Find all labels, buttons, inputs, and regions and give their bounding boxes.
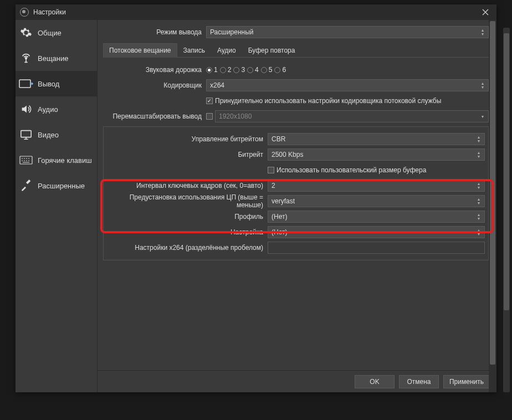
tab-audio[interactable]: Аудио	[211, 43, 242, 57]
dialog-footer: OK Отмена Применить	[98, 370, 496, 392]
cancel-button[interactable]: Отмена	[399, 375, 439, 388]
output-icon	[19, 76, 33, 91]
close-button[interactable]	[479, 6, 492, 19]
rate-control-label: Управление битрейтом	[107, 135, 268, 143]
svg-rect-1	[19, 80, 30, 88]
tune-label: Настройка	[107, 228, 268, 236]
custom-buffer-checkbox[interactable]	[268, 167, 274, 173]
track-radio-3[interactable]: 3	[233, 66, 245, 74]
sidebar-item-label: Горячие клавиш	[38, 156, 92, 165]
rescale-checkbox[interactable]	[206, 113, 213, 120]
tune-combo[interactable]: (Нет)▲▼	[268, 226, 485, 238]
output-tabs: Потоковое вещание Запись Аудио Буфер пов…	[103, 43, 489, 58]
enforce-label: Принудительно использовать настройки код…	[215, 97, 441, 105]
sidebar-item-output[interactable]: Вывод	[16, 71, 97, 96]
output-mode-combo[interactable]: Расширенный ▲▼	[206, 26, 489, 38]
sidebar-item-label: Вещание	[38, 54, 69, 63]
updown-icon: ▲▼	[474, 134, 483, 145]
sidebar-item-advanced[interactable]: Расширенные	[16, 173, 97, 198]
updown-icon: ▲▼	[478, 80, 487, 91]
content-scrollbar[interactable]	[489, 20, 496, 392]
gear-icon	[19, 25, 33, 40]
tab-replay-buffer[interactable]: Буфер повтора	[242, 43, 301, 57]
audio-track-label: Звуковая дорожка	[103, 66, 206, 74]
outer-scrollbar-thumb[interactable]	[504, 33, 509, 310]
antenna-icon	[19, 51, 33, 65]
custom-buffer-row: Использовать пользовательский размер буф…	[107, 163, 485, 177]
titlebar: Настройки	[16, 4, 496, 20]
settings-window: Настройки Общие Вещание Вывод Аудио	[16, 4, 496, 392]
sidebar-item-general[interactable]: Общие	[16, 20, 97, 45]
rescale-label: Перемасштабировать вывод	[103, 112, 206, 120]
app-icon	[20, 8, 29, 17]
sidebar-item-audio[interactable]: Аудио	[16, 96, 97, 122]
apply-button[interactable]: Применить	[443, 375, 490, 388]
encoder-row: Кодировщик x264 ▲▼	[103, 79, 489, 92]
updown-icon: ▲▼	[474, 196, 483, 207]
dropdown-icon: ▼	[478, 111, 487, 122]
encoder-settings-box: Управление битрейтом CBR▲▼ Битрейт 2500 …	[103, 126, 489, 260]
encoder-label: Кодировщик	[103, 81, 206, 89]
encoder-combo[interactable]: x264 ▲▼	[206, 79, 489, 91]
rate-control-combo[interactable]: CBR▲▼	[268, 133, 485, 145]
enforce-row: Принудительно использовать настройки код…	[103, 94, 489, 107]
tools-icon	[19, 178, 33, 193]
updown-icon: ▲▼	[474, 149, 483, 160]
speaker-icon	[19, 102, 33, 116]
outer-scrollbar[interactable]	[503, 28, 510, 392]
profile-combo[interactable]: (Нет)▲▼	[268, 211, 485, 223]
custom-buffer-label: Использовать пользовательский размер буф…	[277, 166, 426, 174]
cpu-preset-label: Предустановка использования ЦП (выше = м…	[107, 193, 268, 209]
track-radio-6[interactable]: 6	[274, 66, 286, 74]
updown-icon: ▲▼	[474, 227, 483, 238]
updown-icon: ▲▼	[478, 27, 487, 38]
track-radio-4[interactable]: 4	[247, 66, 259, 74]
updown-icon: ▲▼	[474, 180, 483, 191]
sidebar-item-hotkeys[interactable]: Горячие клавиш	[16, 147, 97, 173]
monitor-icon	[19, 127, 33, 142]
svg-rect-2	[21, 131, 31, 137]
sidebar-item-label: Видео	[38, 131, 59, 139]
sidebar-item-label: Аудио	[38, 105, 58, 114]
ok-button[interactable]: OK	[355, 375, 395, 388]
bitrate-spin[interactable]: 2500 Kbps▲▼	[268, 148, 485, 161]
rescale-combo[interactable]: 1920x1080 ▼	[215, 110, 489, 122]
tune-row: Настройка (Нет)▲▼	[107, 226, 485, 239]
sidebar-item-label: Расширенные	[38, 182, 85, 190]
profile-label: Профиль	[107, 213, 268, 221]
rescale-row: Перемасштабировать вывод 1920x1080 ▼	[103, 110, 489, 123]
sidebar-item-label: Общие	[38, 29, 62, 37]
sidebar-item-stream[interactable]: Вещание	[16, 45, 97, 71]
keyint-spin[interactable]: 2▲▼	[268, 180, 485, 192]
bitrate-row: Битрейт 2500 Kbps▲▼	[107, 148, 485, 161]
profile-row: Профиль (Нет)▲▼	[107, 210, 485, 223]
cpu-preset-row: Предустановка использования ЦП (выше = м…	[107, 194, 485, 208]
sidebar-item-video[interactable]: Видео	[16, 122, 97, 147]
keyint-label: Интервал ключевых кадров (сек, 0=авто)	[107, 182, 268, 189]
scrollbar-thumb[interactable]	[490, 21, 495, 365]
keyboard-icon	[19, 153, 33, 167]
updown-icon: ▲▼	[474, 211, 483, 222]
track-radio-5[interactable]: 5	[261, 66, 273, 74]
track-radio-2[interactable]: 2	[220, 66, 232, 74]
x264opts-row: Настройки x264 (разделённые пробелом)	[107, 241, 485, 254]
audio-track-row: Звуковая дорожка 1 2 3 4 5 6	[103, 63, 489, 76]
x264opts-input[interactable]	[268, 242, 485, 254]
content-area: Режим вывода Расширенный ▲▼ Потоковое ве…	[98, 20, 496, 392]
cpu-preset-combo[interactable]: veryfast▲▼	[268, 195, 485, 207]
tab-streaming[interactable]: Потоковое вещание	[103, 43, 177, 58]
sidebar-item-label: Вывод	[38, 80, 59, 88]
keyint-row: Интервал ключевых кадров (сек, 0=авто) 2…	[107, 179, 485, 192]
svg-rect-3	[20, 156, 32, 164]
tab-recording[interactable]: Запись	[177, 43, 211, 57]
enforce-checkbox[interactable]	[206, 98, 213, 104]
output-mode-label: Режим вывода	[103, 28, 206, 36]
x264opts-label: Настройки x264 (разделённые пробелом)	[107, 244, 268, 252]
track-radio-1[interactable]: 1	[206, 66, 218, 74]
rate-control-row: Управление битрейтом CBR▲▼	[107, 132, 485, 146]
sidebar: Общие Вещание Вывод Аудио Видео Горячие …	[16, 20, 98, 392]
bitrate-label: Битрейт	[107, 151, 268, 158]
window-title: Настройки	[33, 8, 66, 16]
output-mode-row: Режим вывода Расширенный ▲▼	[103, 25, 489, 39]
